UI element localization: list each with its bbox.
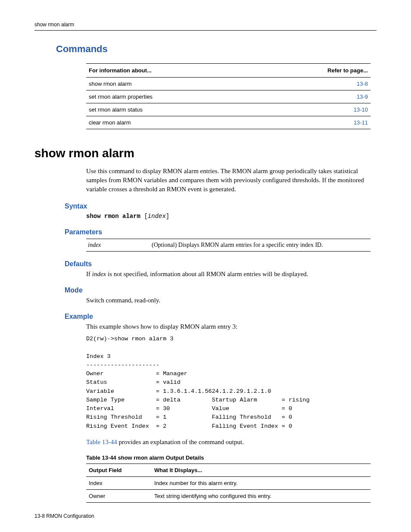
param-name: index: [86, 239, 150, 252]
syntax-line: show rmon alarm [index]: [86, 213, 377, 220]
table-row: set rmon alarm status 13-10: [86, 103, 371, 116]
defaults-post: is not specified, information about all …: [106, 271, 308, 277]
defaults-pre: If: [86, 271, 92, 277]
output-desc: Index number for this alarm entry.: [152, 476, 371, 489]
cmd-page-link[interactable]: 13-9: [257, 90, 371, 103]
example-output: D2(rw)->show rmon alarm 3 Index 3 ------…: [86, 335, 377, 431]
output-table-caption: Table 13-44 show rmon alarm Output Detai…: [86, 454, 377, 461]
page-footer: 13-8 RMON Configuration: [34, 513, 94, 519]
syntax-command: show rmon alarm: [86, 213, 140, 220]
table-row: Index Index number for this alarm entry.: [86, 476, 371, 489]
cmd-name: clear rmon alarm: [86, 116, 257, 129]
defaults-heading: Defaults: [65, 260, 377, 268]
example-after-rest: provides an explanation of the command o…: [117, 439, 244, 445]
param-desc: (Optional) Displays RMON alarm entries f…: [150, 239, 371, 252]
commands-table-head-page: Refer to page...: [257, 64, 371, 78]
cmd-page-link[interactable]: 13-11: [257, 116, 371, 129]
table-row: set rmon alarm properties 13-9: [86, 90, 371, 103]
defaults-em: index: [92, 271, 106, 277]
cmd-name: set rmon alarm status: [86, 103, 257, 116]
syntax-bracket-close: ]: [166, 213, 169, 220]
page-title: show rmon alarm: [34, 146, 377, 160]
output-field: Index: [86, 476, 152, 489]
page: show rmon alarm Commands For information…: [0, 0, 411, 532]
defaults-text: If index is not specified, information a…: [86, 271, 377, 278]
table-row: clear rmon alarm 13-11: [86, 116, 371, 129]
table-row: Owner Text string identifying who config…: [86, 489, 371, 502]
description-text: Use this command to display RMON alarm e…: [86, 167, 377, 194]
syntax-bracket-open: [: [140, 213, 148, 220]
output-table: Output Field What It Displays... Index I…: [86, 464, 371, 503]
table-row: index (Optional) Displays RMON alarm ent…: [86, 239, 371, 252]
commands-table-head-info: For information about...: [86, 64, 257, 78]
output-field: Owner: [86, 489, 152, 502]
output-desc: Text string identifying who configured t…: [152, 489, 371, 502]
cmd-page-link[interactable]: 13-10: [257, 103, 371, 116]
output-table-head-desc: What It Displays...: [152, 464, 371, 476]
parameters-heading: Parameters: [65, 228, 377, 236]
mode-heading: Mode: [65, 286, 377, 294]
table-row: show rmon alarm 13-8: [86, 78, 371, 90]
commands-table: For information about... Refer to page..…: [86, 63, 371, 129]
example-intro: This example shows how to display RMON a…: [86, 323, 377, 330]
table-ref-link[interactable]: Table 13-44: [86, 439, 117, 445]
example-heading: Example: [65, 313, 377, 320]
cmd-name: set rmon alarm properties: [86, 90, 257, 103]
output-table-head-field: Output Field: [86, 464, 152, 476]
running-head: show rmon alarm: [34, 22, 377, 31]
parameters-table: index (Optional) Displays RMON alarm ent…: [86, 239, 371, 252]
mode-text: Switch command, read-only.: [86, 297, 377, 304]
example-after: Table 13-44 provides an explanation of t…: [86, 439, 377, 446]
syntax-heading: Syntax: [65, 202, 377, 210]
syntax-param: index: [148, 213, 166, 220]
cmd-page-link[interactable]: 13-8: [257, 78, 371, 90]
cmd-name: show rmon alarm: [86, 78, 257, 90]
commands-heading: Commands: [56, 44, 377, 55]
